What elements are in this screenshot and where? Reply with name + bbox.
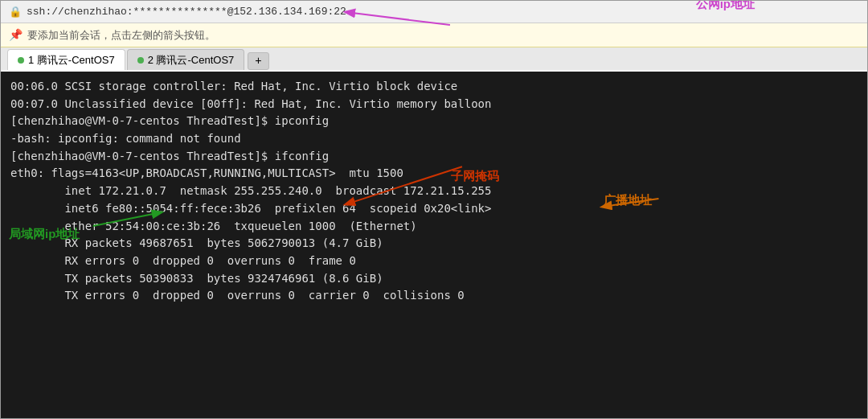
title-bar: 🔒 ssh://chenzhihao:***************@152.1… <box>1 1 867 23</box>
tab-2[interactable]: 2 腾讯云-CentOS7 <box>127 49 245 70</box>
tab-2-label: 2 腾讯云-CentOS7 <box>148 53 235 68</box>
tab-1[interactable]: 1 腾讯云-CentOS7 <box>7 49 125 70</box>
tab-2-dot <box>137 57 144 64</box>
notice-icon: 📌 <box>9 28 23 42</box>
add-tab-button[interactable]: + <box>248 52 268 70</box>
tab-1-dot <box>18 57 24 64</box>
tabs-bar: 1 腾讯云-CentOS7 2 腾讯云-CentOS7 + <box>1 47 867 72</box>
tab-1-label: 1 腾讯云-CentOS7 <box>28 53 115 68</box>
title-area: 🔒 ssh://chenzhihao:***************@152.1… <box>1 1 867 23</box>
notice-text: 要添加当前会话，点击左侧的箭头按钮。 <box>27 28 215 43</box>
terminal-output: 00:06.0 SCSI storage controller: Red Hat… <box>10 78 858 305</box>
window: 🔒 ssh://chenzhihao:***************@152.1… <box>0 0 868 419</box>
title-bar-text: ssh://chenzhihao:***************@152.136… <box>27 6 346 18</box>
terminal: 00:06.0 SCSI storage controller: Red Hat… <box>1 72 867 419</box>
lock-icon: 🔒 <box>9 6 22 18</box>
notice-bar: 📌 要添加当前会话，点击左侧的箭头按钮。 <box>1 23 867 47</box>
